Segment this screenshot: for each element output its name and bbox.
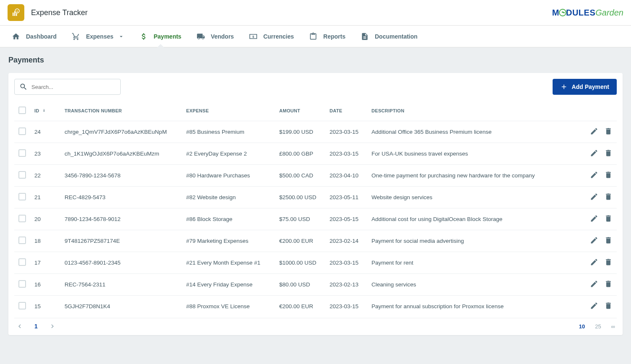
cell-txn: chrge_1QmV7FJdX6P7o6aAzKBEuNpM <box>60 121 182 143</box>
cell-expense: #79 Marketing Expenses <box>182 230 275 252</box>
search-input[interactable] <box>14 79 121 95</box>
cell-description: Payment for social media advertising <box>367 230 579 252</box>
delete-icon[interactable] <box>604 236 613 246</box>
edit-icon[interactable] <box>590 127 598 137</box>
edit-icon[interactable] <box>590 236 598 246</box>
edit-icon[interactable] <box>590 171 598 180</box>
cell-id: 20 <box>30 208 60 230</box>
delete-icon[interactable] <box>604 127 613 137</box>
table-row: 223456-7890-1234-5678#80 Hardware Purcha… <box>14 165 617 187</box>
edit-icon[interactable] <box>590 302 598 311</box>
cell-date: 2023-03-15 <box>325 143 367 165</box>
cell-expense: #85 Business Premium <box>182 121 275 143</box>
chevron-down-icon <box>118 33 125 40</box>
svg-rect-3 <box>14 11 16 16</box>
add-payment-button[interactable]: Add Payment <box>553 79 617 95</box>
edit-icon[interactable] <box>590 214 598 224</box>
cell-txn: 5GJH2F7D8N1K4 <box>60 296 182 317</box>
nav-reports[interactable]: Reports <box>301 26 353 47</box>
money-icon: $ <box>249 32 257 41</box>
nav-label: Vendors <box>211 33 234 40</box>
nav-label: Dashboard <box>26 33 57 40</box>
cell-date: 2023-03-15 <box>325 121 367 143</box>
cell-amount: $500.00 CAD <box>275 165 325 187</box>
cell-description: Additional cost for using DigitalOcean B… <box>367 208 579 230</box>
cell-amount: $80.00 USD <box>275 274 325 296</box>
delete-icon[interactable] <box>604 171 613 180</box>
nav-documentation[interactable]: Documentation <box>353 26 425 47</box>
col-header-amount[interactable]: AMOUNT <box>275 101 325 121</box>
cell-amount: $75.00 USD <box>275 208 325 230</box>
sort-down-icon <box>42 108 47 113</box>
pager-prev-icon[interactable] <box>16 322 23 330</box>
svg-rect-4 <box>16 13 17 16</box>
table-row: 155GJH2F7D8N1K4#88 Proxmox VE License€20… <box>14 296 617 317</box>
cell-date: 2023-02-13 <box>325 274 367 296</box>
col-header-description[interactable]: DESCRIPTION <box>367 101 579 121</box>
nav-expenses[interactable]: Expenses <box>64 26 132 47</box>
row-checkbox[interactable] <box>18 149 26 157</box>
cell-id: 18 <box>30 230 60 252</box>
row-checkbox[interactable] <box>18 280 26 288</box>
delete-icon[interactable] <box>604 280 613 289</box>
cell-id: 16 <box>30 274 60 296</box>
delete-icon[interactable] <box>604 192 613 202</box>
document-icon <box>361 32 369 41</box>
nav-dashboard[interactable]: Dashboard <box>4 26 64 47</box>
page-size-10[interactable]: 10 <box>579 323 585 330</box>
row-checkbox[interactable] <box>18 237 26 244</box>
edit-icon[interactable] <box>590 258 598 268</box>
row-checkbox[interactable] <box>18 127 26 135</box>
select-all-checkbox[interactable] <box>18 107 26 114</box>
col-header-date[interactable]: DATE <box>325 101 367 121</box>
dollar-icon <box>140 32 148 41</box>
delete-icon[interactable] <box>604 302 613 311</box>
row-checkbox[interactable] <box>18 171 26 179</box>
cell-id: 24 <box>30 121 60 143</box>
nav-currencies[interactable]: $ Currencies <box>241 26 301 47</box>
page-size-all[interactable]: ∞ <box>611 323 615 330</box>
pager-current[interactable]: 1 <box>34 323 38 330</box>
nav-vendors[interactable]: Vendors <box>189 26 241 47</box>
page-size-25[interactable]: 25 <box>595 323 601 330</box>
delete-icon[interactable] <box>604 214 613 224</box>
edit-icon[interactable] <box>590 149 598 159</box>
delete-icon[interactable] <box>604 258 613 268</box>
cell-amount: $1000.00 USD <box>275 252 325 274</box>
row-checkbox[interactable] <box>18 215 26 222</box>
cell-amount: $2500.00 USD <box>275 187 325 208</box>
table-row: 16REC-7564-2311#14 Every Friday Expense$… <box>14 274 617 296</box>
pager-next-icon[interactable] <box>49 322 56 330</box>
cell-date: 2023-05-11 <box>325 187 367 208</box>
table-row: 24chrge_1QmV7FJdX6P7o6aAzKBEuNpM#85 Busi… <box>14 121 617 143</box>
modulesgarden-logo: MDULESGarden <box>552 8 623 18</box>
edit-icon[interactable] <box>590 280 598 289</box>
svg-rect-2 <box>13 13 14 16</box>
nav-label: Payments <box>154 33 182 40</box>
home-icon <box>12 32 20 41</box>
edit-icon[interactable] <box>590 192 598 202</box>
table-row: 189T481267PZ587174E#79 Marketing Expense… <box>14 230 617 252</box>
cell-txn: 0123-4567-8901-2345 <box>60 252 182 274</box>
row-checkbox[interactable] <box>18 302 26 309</box>
cell-description: For USA-UK business travel expenses <box>367 143 579 165</box>
delete-icon[interactable] <box>604 149 613 159</box>
top-bar: $ Expense Tracker MDULESGarden <box>0 0 631 26</box>
cell-txn: REC-4829-5473 <box>60 187 182 208</box>
col-header-id[interactable]: ID <box>30 101 60 121</box>
cart-icon <box>72 32 80 41</box>
cell-id: 23 <box>30 143 60 165</box>
row-checkbox[interactable] <box>18 258 26 266</box>
pager: 1 10 25 ∞ <box>14 318 617 333</box>
cell-txn: ch_1K1WgOJdX6P7o6aAzKBEuMzm <box>60 143 182 165</box>
cell-date: 2023-03-15 <box>325 296 367 317</box>
nav-payments[interactable]: Payments <box>132 26 189 47</box>
payments-table: ID TRANSACTION NUMBER EXPENSE AMOUNT DAT… <box>14 101 617 317</box>
cell-expense: #88 Proxmox VE License <box>182 296 275 317</box>
cell-id: 21 <box>30 187 60 208</box>
cell-txn: 9T481267PZ587174E <box>60 230 182 252</box>
col-header-expense[interactable]: EXPENSE <box>182 101 275 121</box>
row-checkbox[interactable] <box>18 193 26 200</box>
cell-expense: #86 Block Storage <box>182 208 275 230</box>
col-header-txn[interactable]: TRANSACTION NUMBER <box>60 101 182 121</box>
